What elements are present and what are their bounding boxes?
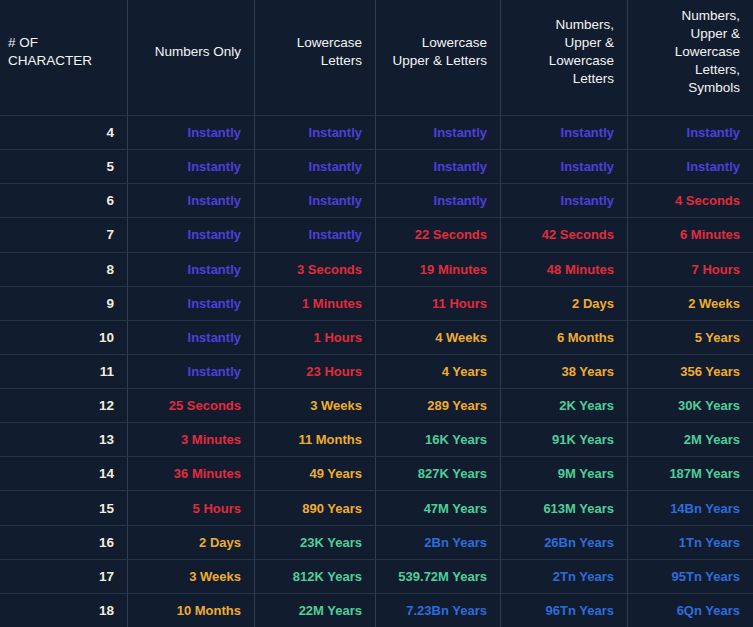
row-number-7: 7 [0, 217, 128, 251]
crack-time-cell: Instantly [128, 149, 255, 183]
crack-time-cell: 22 Seconds [376, 217, 501, 251]
crack-time-cell: 2M Years [628, 422, 753, 456]
crack-time-cell: Instantly [376, 115, 501, 149]
crack-time-cell: 3 Minutes [128, 422, 255, 456]
crack-time-cell: Instantly [628, 149, 753, 183]
row-number-12: 12 [0, 388, 128, 422]
crack-time-cell: 2 Days [128, 525, 255, 559]
crack-time-cell: 890 Years [255, 490, 376, 524]
column-header-3: Lowercase Upper & Letters [376, 0, 501, 115]
crack-time-cell: 36 Minutes [128, 456, 255, 490]
crack-time-cell: 7.23Bn Years [376, 593, 501, 627]
crack-time-cell: 6 Months [501, 320, 628, 354]
password-crack-time-table: # OF CHARACTER Numbers OnlyLowercase Let… [0, 0, 753, 627]
row-number-8: 8 [0, 252, 128, 286]
crack-time-cell: 47M Years [376, 490, 501, 524]
row-number-11: 11 [0, 354, 128, 388]
crack-time-cell: 7 Hours [628, 252, 753, 286]
crack-time-cell: 827K Years [376, 456, 501, 490]
crack-time-cell: Instantly [501, 183, 628, 217]
crack-time-cell: Instantly [255, 183, 376, 217]
crack-time-cell: 187M Years [628, 456, 753, 490]
crack-time-cell: 11 Months [255, 422, 376, 456]
crack-time-cell: 25 Seconds [128, 388, 255, 422]
row-number-17: 17 [0, 559, 128, 593]
crack-time-cell: 812K Years [255, 559, 376, 593]
row-number-5: 5 [0, 149, 128, 183]
crack-time-cell: 9M Years [501, 456, 628, 490]
row-number-6: 6 [0, 183, 128, 217]
crack-time-cell: Instantly [128, 354, 255, 388]
crack-time-cell: 30K Years [628, 388, 753, 422]
crack-time-cell: 4 Seconds [628, 183, 753, 217]
crack-time-cell: Instantly [128, 115, 255, 149]
crack-time-cell: 22M Years [255, 593, 376, 627]
crack-time-cell: Instantly [501, 115, 628, 149]
crack-time-cell: 91K Years [501, 422, 628, 456]
crack-time-cell: Instantly [128, 320, 255, 354]
crack-time-cell: 1Tn Years [628, 525, 753, 559]
crack-time-cell: Instantly [376, 149, 501, 183]
column-header-characters: # OF CHARACTER [0, 0, 128, 115]
crack-time-cell: 613M Years [501, 490, 628, 524]
crack-time-cell: 14Bn Years [628, 490, 753, 524]
crack-time-cell: 6Qn Years [628, 593, 753, 627]
crack-time-cell: 6 Minutes [628, 217, 753, 251]
crack-time-cell: Instantly [128, 252, 255, 286]
row-number-4: 4 [0, 115, 128, 149]
crack-time-cell: 2Tn Years [501, 559, 628, 593]
crack-time-cell: 11 Hours [376, 286, 501, 320]
crack-time-cell: 356 Years [628, 354, 753, 388]
crack-time-cell: Instantly [128, 183, 255, 217]
crack-time-cell: 38 Years [501, 354, 628, 388]
crack-time-cell: Instantly [128, 217, 255, 251]
column-header-2: Lowercase Letters [255, 0, 376, 115]
column-header-1: Numbers Only [128, 0, 255, 115]
crack-time-cell: Instantly [628, 115, 753, 149]
crack-time-cell: 2 Days [501, 286, 628, 320]
crack-time-cell: Instantly [376, 183, 501, 217]
crack-time-cell: 1 Minutes [255, 286, 376, 320]
crack-time-cell: 23 Hours [255, 354, 376, 388]
row-number-10: 10 [0, 320, 128, 354]
crack-time-cell: 3 Weeks [255, 388, 376, 422]
crack-time-cell: Instantly [255, 149, 376, 183]
crack-time-cell: 96Tn Years [501, 593, 628, 627]
row-number-18: 18 [0, 593, 128, 627]
crack-time-cell: 289 Years [376, 388, 501, 422]
crack-time-cell: 5 Hours [128, 490, 255, 524]
crack-time-cell: 16K Years [376, 422, 501, 456]
crack-time-cell: 26Bn Years [501, 525, 628, 559]
crack-time-cell: 42 Seconds [501, 217, 628, 251]
crack-time-cell: Instantly [501, 149, 628, 183]
crack-time-cell: 19 Minutes [376, 252, 501, 286]
crack-time-cell: 5 Years [628, 320, 753, 354]
crack-time-cell: 2K Years [501, 388, 628, 422]
crack-time-cell: 2 Weeks [628, 286, 753, 320]
column-header-4: Numbers, Upper & Lowercase Letters [501, 0, 628, 115]
crack-time-cell: Instantly [255, 217, 376, 251]
crack-time-cell: 4 Years [376, 354, 501, 388]
row-number-16: 16 [0, 525, 128, 559]
crack-time-cell: 49 Years [255, 456, 376, 490]
crack-time-cell: Instantly [128, 286, 255, 320]
crack-time-cell: 23K Years [255, 525, 376, 559]
row-number-14: 14 [0, 456, 128, 490]
row-number-9: 9 [0, 286, 128, 320]
crack-time-cell: 1 Hours [255, 320, 376, 354]
crack-time-cell: 2Bn Years [376, 525, 501, 559]
crack-time-cell: 95Tn Years [628, 559, 753, 593]
crack-time-cell: 48 Minutes [501, 252, 628, 286]
crack-time-cell: 10 Months [128, 593, 255, 627]
crack-time-cell: 539.72M Years [376, 559, 501, 593]
crack-time-cell: 3 Weeks [128, 559, 255, 593]
row-number-15: 15 [0, 490, 128, 524]
row-number-13: 13 [0, 422, 128, 456]
crack-time-cell: 3 Seconds [255, 252, 376, 286]
column-header-5: Numbers, Upper & Lowercase Letters, Symb… [628, 0, 753, 115]
crack-time-cell: Instantly [255, 115, 376, 149]
crack-time-cell: 4 Weeks [376, 320, 501, 354]
